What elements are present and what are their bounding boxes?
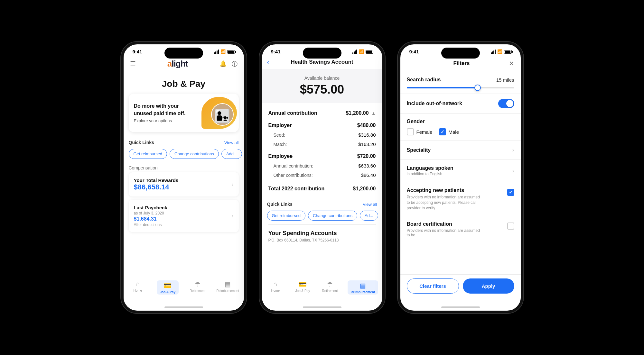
get-reimbursed-btn-1[interactable]: Get reimbursed	[129, 149, 167, 159]
tab-bar-2: ⌂ Home 💳 Job & Pay ☂ Retirement ▤ Reimbu…	[262, 277, 382, 303]
gender-options: Female Male	[407, 128, 514, 135]
tab-reimbursement-2[interactable]: ▤ Reimbursement	[348, 280, 378, 295]
board-checkbox[interactable]	[507, 223, 514, 230]
male-checkbox[interactable]	[439, 128, 446, 135]
board-section: Board certification Providers with no in…	[400, 216, 521, 242]
slider-thumb[interactable]	[474, 85, 481, 91]
apply-button[interactable]: Apply	[463, 278, 514, 294]
close-button[interactable]: ✕	[509, 59, 514, 67]
get-reimbursed-btn-2[interactable]: Get reimbursed	[267, 211, 306, 221]
banner-text: Do more with your unused paid time off. …	[134, 103, 192, 123]
balance-label: Available balance	[268, 76, 376, 81]
quick-links-row-2: Get reimbursed Change contributions Ad..…	[262, 209, 382, 224]
speciality-nav-item[interactable]: Speciality ›	[400, 141, 521, 159]
annual-label: Annual contribution	[268, 110, 317, 116]
tab-home-2[interactable]: ⌂ Home	[266, 280, 285, 292]
tab-job-pay-2[interactable]: 💳 Job & Pay	[293, 280, 312, 293]
time-2: 9:41	[271, 49, 281, 54]
total-rewards-card[interactable]: Your Total Rewards $86,658.14 ›	[129, 172, 239, 196]
tab-retirement-2[interactable]: ☂ Retirement	[320, 280, 340, 293]
tab-home-1[interactable]: ⌂ Home	[128, 280, 147, 292]
app-logo: alight	[167, 59, 188, 69]
banner-card[interactable]: Do more with your unused paid time off. …	[129, 94, 239, 132]
status-icons-2: 📶	[352, 49, 373, 54]
tab-bar-1: ⌂ Home 💳 Job & Pay ☂ Retirement ▤ Reimbu…	[124, 277, 244, 303]
tab-job-pay-1[interactable]: 💳 Job & Pay	[157, 280, 179, 295]
other-contrib-value: $86.40	[361, 172, 376, 178]
battery-icon-1	[227, 50, 235, 54]
other-contrib-row: Other contributions: $86.40	[268, 170, 376, 180]
annual-contribution-row: Annual contribution $1,200.00 ▲	[268, 108, 376, 118]
total-rewards-amount: $86,658.14	[134, 183, 179, 191]
speciality-info: Speciality	[407, 147, 431, 153]
employer-value: $480.00	[357, 123, 376, 128]
collapse-icon[interactable]: ▲	[371, 111, 376, 116]
view-all-btn-2[interactable]: View all	[363, 202, 377, 207]
female-option[interactable]: Female	[407, 128, 433, 135]
quick-links-row-1: Get reimbursed Change contributions Add.…	[124, 148, 244, 163]
female-checkbox[interactable]	[407, 128, 414, 135]
tab-reimbursement-1[interactable]: ▤ Reimbursement	[216, 280, 239, 293]
search-radius-label: Search radius	[407, 77, 441, 83]
accepting-checkbox[interactable]	[507, 189, 514, 196]
battery-icon-2	[366, 50, 373, 54]
balance-section: Available balance $575.00	[262, 69, 382, 103]
speciality-chevron-icon: ›	[512, 147, 514, 153]
total-row: Total 2022 contribution $1,200.00	[268, 182, 376, 194]
annual-contrib-value: $633.60	[358, 163, 376, 168]
tab-job-pay-label-2: Job & Pay	[295, 289, 310, 293]
quick-links-label-2: Quick Links	[267, 202, 293, 207]
balance-amount: $575.00	[268, 83, 376, 96]
radius-slider[interactable]	[407, 87, 514, 88]
search-radius-value: 15 miles	[496, 77, 514, 83]
gender-label: Gender	[407, 119, 425, 124]
toggle-thumb	[506, 100, 513, 107]
last-paycheck-card[interactable]: Last Paycheck as of July 3, 2020 $1,684.…	[129, 200, 239, 232]
accepting-info: Accepting new patients Providers with no…	[407, 187, 484, 211]
screen1-content: ☰ alight 🔔 ⓘ Job & Pay Do more with your…	[124, 56, 244, 303]
clear-filters-button[interactable]: Clear filters	[407, 278, 459, 294]
tab-job-pay-label-1: Job & Pay	[160, 290, 175, 294]
phone-screen-3: 9:41 📶 Filters ✕ Search radius 15 m	[398, 42, 523, 313]
nav-header-1: ☰ alight 🔔 ⓘ	[124, 56, 244, 73]
search-radius-section: Search radius 15 miles	[400, 72, 521, 94]
change-contributions-btn-2[interactable]: Change contributions	[308, 211, 357, 221]
help-icon[interactable]: ⓘ	[232, 60, 238, 68]
change-contributions-btn-1[interactable]: Change contributions	[170, 149, 219, 159]
banner-subtext: Explore your options	[134, 118, 192, 123]
accepting-label: Accepting new patients	[407, 187, 484, 193]
last-paycheck-amount: $1,684.31	[134, 216, 167, 222]
board-label: Board certification	[407, 221, 484, 227]
dynamic-island-3	[441, 48, 480, 59]
spending-section: Your Spending Accounts P.O. Box 660114, …	[262, 225, 382, 242]
accepting-section: Accepting new patients Providers with no…	[400, 182, 521, 216]
annual-contrib-label: Annual contribution:	[274, 163, 313, 168]
other-contrib-label: Other contributions:	[274, 173, 313, 178]
bell-icon[interactable]: 🔔	[219, 60, 227, 68]
job-pay-tab-icon-1: 💳	[163, 282, 172, 289]
male-option[interactable]: Male	[439, 128, 459, 135]
phone-screen-1: 9:41 📶 ☰ alight 🔔 ⓘ	[121, 42, 247, 313]
back-button-2[interactable]: ‹	[267, 59, 269, 66]
tab-retirement-1[interactable]: ☂ Retirement	[188, 280, 207, 293]
total-rewards-title: Your Total Rewards	[134, 178, 179, 183]
add-btn-2[interactable]: Ad...	[360, 211, 378, 221]
hamburger-icon[interactable]: ☰	[130, 60, 136, 68]
compensation-label: Compensation	[124, 163, 244, 172]
employee-value: $720.00	[357, 153, 376, 159]
out-of-network-toggle[interactable]	[498, 99, 514, 108]
home-indicator-3	[441, 306, 480, 308]
add-btn-1[interactable]: Add...	[221, 149, 242, 159]
reimbursement-tab-icon-1: ▤	[225, 280, 231, 288]
tab-retirement-label-1: Retirement	[190, 289, 205, 293]
employer-label: Employer	[268, 123, 292, 128]
last-paycheck-info: Last Paycheck as of July 3, 2020 $1,684.…	[134, 205, 167, 227]
time-3: 9:41	[409, 49, 419, 54]
banner-avatar: 👨‍👧	[211, 103, 234, 126]
nav-icons-1: 🔔 ⓘ	[219, 60, 238, 68]
annual-value: $1,200.00	[346, 110, 369, 116]
view-all-btn-1[interactable]: View all	[224, 140, 239, 145]
logo-a: a	[167, 59, 172, 68]
languages-nav-item[interactable]: Languages spoken in addition to English …	[400, 159, 521, 182]
tab-retirement-label-2: Retirement	[322, 289, 338, 293]
